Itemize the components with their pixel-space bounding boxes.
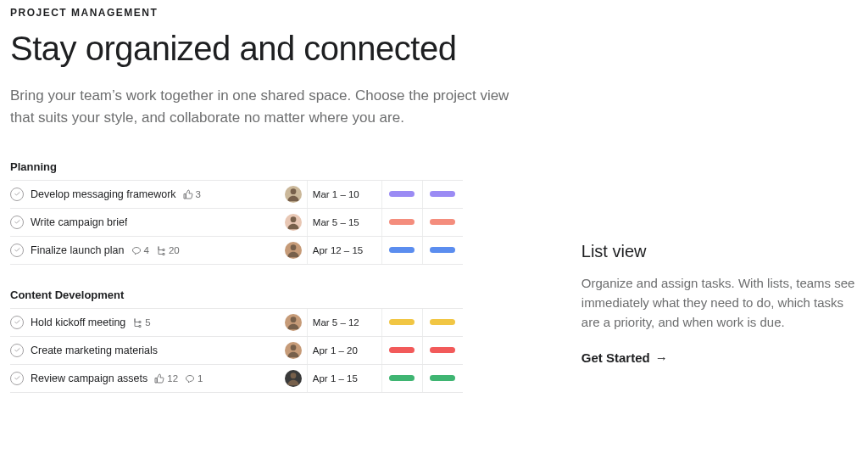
task-date: Apr 1 – 20	[307, 337, 381, 364]
status-pill	[389, 219, 415, 225]
page-headline: Stay organized and connected	[10, 29, 485, 68]
person-icon	[285, 342, 302, 359]
cta-label: Get Started	[581, 350, 650, 365]
complete-task-button[interactable]	[10, 244, 24, 257]
comment-icon	[185, 373, 195, 384]
check-icon	[14, 190, 21, 198]
task-name: Develop messaging framework	[31, 188, 176, 200]
complete-task-button[interactable]	[10, 344, 24, 357]
task-likes: 12	[154, 373, 178, 384]
priority-pill	[430, 219, 455, 225]
page-subcopy: Bring your team’s work together in one s…	[10, 85, 536, 130]
like-icon	[183, 189, 193, 199]
person-icon	[285, 242, 302, 259]
task-date: Apr 12 – 15	[307, 237, 381, 264]
assignee-avatar[interactable]	[285, 186, 302, 203]
person-icon	[285, 186, 302, 203]
task-name: Create marketing materials	[31, 345, 158, 356]
complete-task-button[interactable]	[10, 216, 24, 229]
assignee-avatar[interactable]	[285, 342, 302, 359]
task-likes-count: 3	[196, 189, 201, 199]
check-icon	[14, 374, 21, 382]
assignee-avatar[interactable]	[285, 214, 302, 231]
priority-pill	[430, 319, 455, 325]
priority-pill	[430, 375, 455, 381]
person-icon	[285, 214, 302, 231]
complete-task-button[interactable]	[10, 188, 24, 201]
priority-pill	[430, 191, 455, 197]
status-pill	[389, 375, 415, 381]
status-pill	[389, 247, 415, 253]
task-row[interactable]: Create marketing materials Apr 1 – 20	[10, 337, 463, 365]
get-started-link[interactable]: Get Started →	[581, 350, 668, 365]
check-icon	[14, 246, 21, 254]
task-name: Finalize launch plan	[31, 244, 125, 256]
task-row[interactable]: Develop messaging framework 3 Mar 1 – 10	[10, 181, 463, 209]
task-date: Mar 1 – 10	[307, 181, 381, 208]
task-comments: 1	[185, 373, 203, 384]
task-subtasks-count: 20	[169, 245, 180, 255]
priority-pill	[430, 247, 455, 253]
task-list-preview: Planning Develop messaging framework 3	[10, 160, 463, 393]
task-row[interactable]: Finalize launch plan 4 20 Apr 12 – 15	[10, 237, 463, 265]
check-icon	[14, 218, 21, 226]
task-row[interactable]: Write campaign brief Mar 5 – 15	[10, 209, 463, 237]
complete-task-button[interactable]	[10, 316, 24, 329]
comment-icon	[131, 245, 142, 255]
check-icon	[14, 346, 21, 354]
arrow-right-icon: →	[655, 350, 668, 365]
complete-task-button[interactable]	[10, 372, 24, 385]
assignee-avatar[interactable]	[285, 370, 302, 387]
check-icon	[14, 318, 21, 326]
task-comments: 4	[131, 245, 149, 255]
section-header: Planning	[10, 160, 463, 173]
task-name: Write campaign brief	[31, 216, 127, 228]
side-title: List view	[581, 242, 858, 261]
task-row[interactable]: Hold kickoff meeting 5 Mar 5 – 12	[10, 309, 463, 337]
task-comments-count: 4	[144, 245, 149, 255]
section-header: Content Development	[10, 289, 463, 301]
priority-pill	[430, 347, 455, 353]
subtask-icon	[132, 317, 142, 328]
task-row[interactable]: Review campaign assets 12 1 Apr 1 – 15	[10, 365, 463, 393]
task-subtasks: 20	[156, 245, 180, 255]
assignee-avatar[interactable]	[285, 242, 302, 259]
person-icon	[285, 314, 302, 331]
status-pill	[389, 191, 415, 197]
task-name: Hold kickoff meeting	[31, 317, 125, 328]
task-name: Review campaign assets	[31, 373, 147, 384]
person-icon	[285, 370, 302, 387]
task-likes: 3	[183, 189, 201, 199]
eyebrow-label: PROJECT MANAGEMENT	[10, 7, 858, 19]
like-icon	[154, 373, 164, 384]
task-subtasks: 5	[132, 317, 150, 328]
assignee-avatar[interactable]	[285, 314, 302, 331]
status-pill	[389, 319, 415, 325]
task-date: Mar 5 – 12	[307, 309, 381, 336]
task-subtasks-count: 5	[145, 317, 150, 328]
subtask-icon	[156, 245, 166, 255]
task-date: Apr 1 – 15	[307, 365, 381, 392]
status-pill	[389, 347, 415, 353]
task-date: Mar 5 – 15	[307, 209, 381, 236]
task-likes-count: 12	[167, 373, 178, 384]
side-body: Organize and assign tasks. With lists, t…	[581, 273, 858, 333]
task-comments-count: 1	[198, 373, 203, 384]
